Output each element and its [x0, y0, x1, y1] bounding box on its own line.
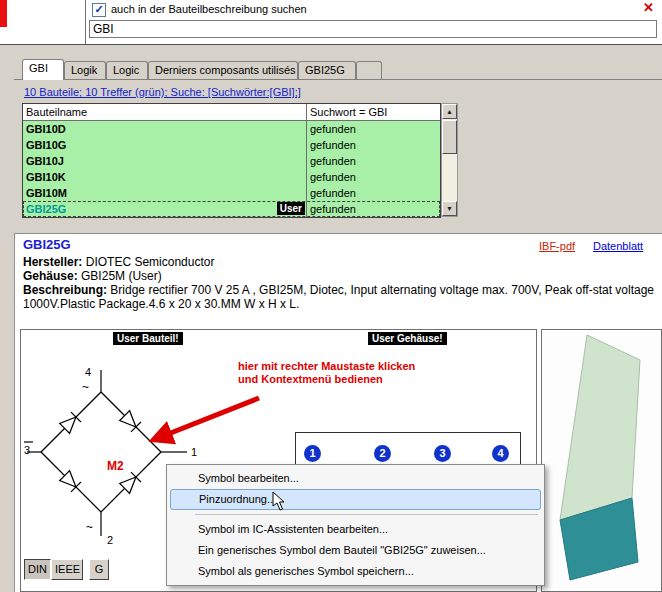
mouse-cursor-icon — [272, 491, 286, 513]
detail-title: GBI25G — [23, 237, 71, 252]
menu-item-symbol-bearbeiten[interactable]: Symbol bearbeiten... — [170, 468, 541, 489]
part-name: GBI10G — [26, 139, 66, 151]
user-badge: User — [277, 202, 305, 215]
part-name: GBI25G — [26, 203, 66, 215]
table-scrollbar[interactable]: ▲ ▼ — [441, 103, 458, 217]
red-edge-marker — [0, 0, 7, 27]
beschreibung-label: Beschreibung: — [23, 283, 107, 297]
tab-logic[interactable]: Logic — [106, 61, 148, 79]
table-row[interactable]: GBI10G gefunden — [23, 137, 440, 153]
gehaeuse-line: Gehäuse: GBI25M (User) — [23, 269, 162, 283]
part-status: gefunden — [306, 201, 440, 217]
hersteller-value: DIOTEC Semiconductor — [86, 255, 215, 269]
search-panel: ✓ auch in der Bauteilbeschreibung suchen… — [85, 0, 662, 44]
pin-circle-2: 2 — [374, 445, 391, 462]
part-status: gefunden — [306, 185, 440, 201]
table-row[interactable]: GBI10J gefunden — [23, 153, 440, 169]
user-bauteil-badge: User Bauteil! — [113, 332, 183, 345]
search-description-checkbox[interactable]: ✓ — [92, 3, 106, 17]
ac-tilde-bottom: ~ — [86, 520, 93, 534]
menu-separator — [195, 514, 538, 515]
part-status: gefunden — [306, 153, 440, 169]
beschreibung-line: Beschreibung: Bridge rectifier 700 V 25 … — [23, 283, 661, 311]
pin-label-3: 3 — [24, 444, 30, 456]
annotation-text: hier mit rechter Maustaste klicken und K… — [238, 360, 415, 386]
scroll-up-icon[interactable]: ▲ — [442, 104, 457, 119]
table-row[interactable]: GBI10M gefunden — [23, 185, 440, 201]
beschreibung-value: Bridge rectifier 700 V 25 A , GBI25M, Di… — [23, 283, 654, 311]
ieee-button[interactable]: IEEE — [51, 559, 83, 580]
part-status: gefunden — [306, 137, 440, 153]
scroll-down-icon[interactable]: ▼ — [442, 201, 457, 216]
search-description-checkbox-label: auch in der Bauteilbeschreibung suchen — [111, 3, 307, 15]
search-result-summary-link[interactable]: 10 Bauteile; 10 Treffer (grün); Suche: [… — [24, 86, 301, 98]
gehaeuse-label: Gehäuse: — [23, 269, 78, 283]
tab-gbi[interactable]: GBI — [22, 59, 64, 80]
din-button[interactable]: DIN — [24, 559, 51, 580]
scrollbar-thumb[interactable] — [442, 120, 457, 154]
pin-label-4: 4 — [85, 366, 91, 378]
tab-gbi25g[interactable]: GBI25G — [298, 61, 356, 79]
table-row-selected[interactable]: GBI25G User gefunden — [23, 201, 440, 217]
part-name: GBI10K — [26, 171, 66, 183]
annotation-line-2: und Kontextmenü bedienen — [238, 373, 415, 386]
hersteller-label: Hersteller: — [23, 255, 82, 269]
pin-circle-3: 3 — [434, 445, 451, 462]
ibf-pdf-link[interactable]: IBF-pdf — [539, 240, 575, 252]
column-header-bauteilname[interactable]: Bauteilname — [23, 104, 306, 120]
pin-circle-1: 1 — [304, 445, 321, 462]
package-3d-view[interactable] — [541, 329, 662, 592]
part-name: GBI10D — [26, 123, 66, 135]
user-gehaeuse-badge: User Gehäuse! — [368, 332, 447, 345]
menu-item-pinzuordnung[interactable]: Pinzuordnung... — [170, 489, 541, 510]
part-name: GBI10J — [26, 155, 64, 167]
menu-item-ic-assistent[interactable]: Symbol im IC-Assistenten bearbeiten... — [170, 519, 541, 540]
hersteller-line: Hersteller: DIOTEC Semiconductor — [23, 255, 214, 269]
table-row[interactable]: GBI10K gefunden — [23, 169, 440, 185]
column-header-suchwort[interactable]: Suchwort = GBI — [306, 104, 440, 120]
close-icon[interactable]: ✕ — [643, 0, 654, 15]
part-name: GBI10M — [26, 187, 67, 199]
g-button[interactable]: G — [89, 559, 109, 580]
part-status: gefunden — [306, 169, 440, 185]
component-database-window: ✓ auch in der Bauteilbeschreibung suchen… — [0, 0, 662, 592]
table-header-row: Bauteilname Suchwort = GBI — [23, 104, 440, 121]
tabstrip-baseline — [14, 79, 662, 80]
tab-stub[interactable] — [356, 61, 382, 79]
pin-label-2: 2 — [107, 534, 113, 546]
context-menu: Symbol bearbeiten... Pinzuordnung... Sym… — [166, 464, 545, 586]
table-row[interactable]: GBI10D gefunden — [23, 121, 440, 137]
tab-derniers-composants[interactable]: Derniers composants utilisés — [148, 61, 298, 79]
pin-circle-4: 4 — [492, 445, 509, 462]
results-table: Bauteilname Suchwort = GBI GBI10D gefund… — [22, 103, 441, 218]
tab-logik[interactable]: Logik — [64, 61, 106, 79]
annotation-line-1: hier mit rechter Maustaste klicken — [238, 360, 415, 373]
symbol-designator-m2: M2 — [107, 459, 124, 473]
datenblatt-link[interactable]: Datenblatt — [593, 240, 643, 252]
ac-tilde-top: ~ — [82, 380, 89, 394]
menu-item-generisches-speichern[interactable]: Symbol als generisches Symbol speichern.… — [170, 561, 541, 582]
search-input[interactable] — [89, 20, 657, 38]
gehaeuse-value: GBI25M (User) — [81, 269, 162, 283]
pin-label-1: 1 — [191, 446, 197, 458]
annotation-arrow — [153, 398, 259, 440]
package-3d-shape — [542, 330, 661, 591]
menu-item-generisches-zuweisen[interactable]: Ein generisches Symbol dem Bauteil "GBI2… — [170, 540, 541, 561]
part-status: gefunden — [306, 121, 440, 137]
